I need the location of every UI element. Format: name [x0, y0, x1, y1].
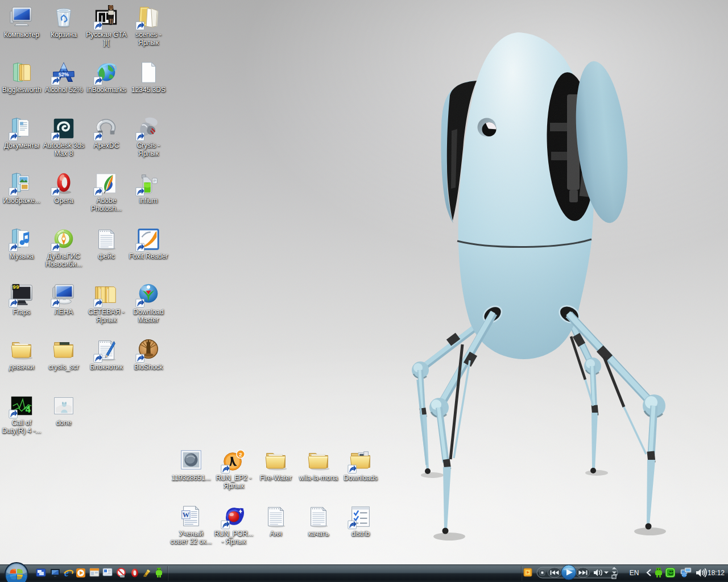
svg-text:18:12: 18:12 [708, 569, 725, 577]
svg-text:EN: EN [630, 569, 639, 577]
svg-text:W: W [183, 511, 190, 519]
